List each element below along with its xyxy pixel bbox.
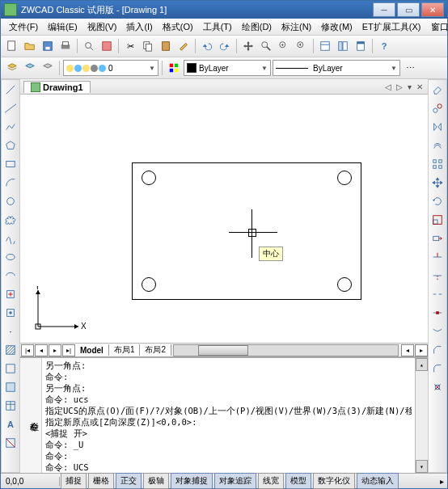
rotate-icon[interactable] [429,193,446,209]
design-center-icon[interactable] [335,38,351,54]
status-模型[interactable]: 模型 [285,473,311,489]
status-动态输入[interactable]: 动态输入 [357,473,399,489]
help-icon[interactable]: ? [376,38,392,54]
copy-icon[interactable] [140,38,156,54]
open-icon[interactable] [22,38,38,54]
polygon-icon[interactable] [2,137,19,154]
print-icon[interactable] [57,38,74,54]
save-icon[interactable] [40,38,56,54]
status-正交[interactable]: 正交 [116,473,142,489]
redo-icon[interactable] [217,38,233,54]
paste-icon[interactable] [158,38,174,54]
layer-manager-icon[interactable] [4,60,20,76]
publish-icon[interactable] [99,38,115,54]
menu-dim[interactable]: 标注(N) [277,19,316,35]
status-捕捉[interactable]: 捕捉 [61,473,87,489]
tab-prev2-icon[interactable]: ◂ [35,344,48,356]
chamfer-icon[interactable] [429,342,446,358]
cut-icon[interactable]: ✂ [122,38,138,54]
mtext-icon[interactable]: A [2,416,19,432]
status-chevron-icon[interactable]: ▸ [437,477,447,486]
polyline-icon[interactable] [2,119,19,135]
menu-insert[interactable]: 插入(I) [121,19,157,35]
gradient-icon[interactable] [2,360,19,377]
linetype-combo[interactable]: ByLayer ▼ [273,60,400,76]
scroll-left-icon[interactable]: ◂ [401,344,414,356]
tab-next2-icon[interactable]: ▸ [49,344,61,356]
tab-close-icon[interactable]: ✕ [415,82,425,91]
revcloud-icon[interactable] [2,212,19,228]
break-point-icon[interactable] [429,305,446,321]
arc-icon[interactable] [2,175,19,191]
undo-icon[interactable] [199,38,215,54]
new-icon[interactable] [4,38,20,54]
make-block-icon[interactable] [2,305,19,321]
move-icon[interactable] [429,175,446,191]
spline-icon[interactable] [2,230,19,247]
color-combo[interactable]: ByLayer ▼ [184,60,271,76]
tab-layout2[interactable]: 布局2 [140,344,171,356]
status-线宽[interactable]: 线宽 [258,473,284,489]
trim-icon[interactable] [429,249,446,265]
rectangle-icon[interactable] [2,156,19,172]
scroll-down-icon[interactable]: ▾ [416,460,428,473]
layer-combo[interactable]: 0 ▼ [63,60,158,76]
stretch-icon[interactable] [429,230,446,247]
tool-palette-icon[interactable] [353,38,369,54]
tab-next-icon[interactable]: ▷ [395,82,404,91]
tab-last-icon[interactable]: ▸| [62,344,75,356]
preview-icon[interactable] [81,38,97,54]
scroll-up-icon[interactable]: ▴ [416,358,428,371]
maximize-button[interactable]: ▭ [397,2,420,17]
tab-first-icon[interactable]: |◂ [21,344,34,356]
properties-icon[interactable] [317,38,333,54]
menu-view[interactable]: 视图(V) [82,19,122,35]
close-button[interactable]: ✕ [421,2,444,17]
join-icon[interactable] [429,323,446,339]
point-icon[interactable]: · [2,323,19,339]
tab-model[interactable]: Model [75,344,109,356]
ellipse-icon[interactable] [2,249,19,265]
table-icon[interactable] [2,398,19,414]
horizontal-scrollbar[interactable] [173,344,399,356]
matchprop-icon[interactable] [175,38,192,54]
array-icon[interactable] [429,156,446,172]
menu-draw[interactable]: 绘图(D) [237,19,277,35]
doc-tab-drawing1[interactable]: Drawing1 [23,81,91,93]
offset-icon[interactable] [429,137,446,154]
line-icon[interactable] [2,82,19,98]
scale-icon[interactable] [429,212,446,228]
menu-file[interactable]: 文件(F) [4,19,43,35]
erase-icon[interactable] [429,82,446,98]
break-icon[interactable] [429,286,446,302]
menu-format[interactable]: 格式(O) [158,19,198,35]
menu-tools[interactable]: 工具(T) [198,19,237,35]
zoom-window-icon[interactable]: + [276,38,292,54]
circle-icon[interactable] [2,193,19,209]
pan-icon[interactable] [240,38,256,54]
mirror-icon[interactable] [429,119,446,135]
hatch-icon[interactable] [2,342,19,358]
command-history[interactable]: 另一角点: 命令: 另一角点: 命令: ucs 指定UCS的原点(O)/面(F)… [42,358,415,473]
tab-layout1[interactable]: 布局1 [109,344,141,356]
status-数字化仪[interactable]: 数字化仪 [313,473,355,489]
menu-window[interactable]: 窗口(W) [426,19,448,35]
xline-icon[interactable] [2,100,19,116]
scroll-right-icon[interactable]: ▸ [415,344,428,356]
extend-icon[interactable] [429,268,446,284]
linetype-manager-icon[interactable]: ⋯ [402,60,418,76]
zoom-realtime-icon[interactable] [258,38,274,54]
coordinate-display[interactable]: 0,0,0 [1,477,60,486]
zoom-prev-icon[interactable] [294,38,310,54]
command-scrollbar[interactable]: ▴ ▾ [415,358,428,473]
tab-prev-icon[interactable]: ◁ [383,82,393,91]
scroll-thumb[interactable] [198,345,248,356]
layer-states-icon[interactable] [22,60,38,76]
menu-modify[interactable]: 修改(M) [316,19,357,35]
status-对象捕捉[interactable]: 对象捕捉 [171,473,213,489]
layer-prev-icon[interactable] [40,60,56,76]
fillet-icon[interactable] [429,360,446,377]
title-bar[interactable]: ZWCAD Classic 试用版 - [Drawing 1] ─ ▭ ✕ [1,1,447,19]
copy-object-icon[interactable] [429,100,446,116]
minimize-button[interactable]: ─ [373,2,395,17]
